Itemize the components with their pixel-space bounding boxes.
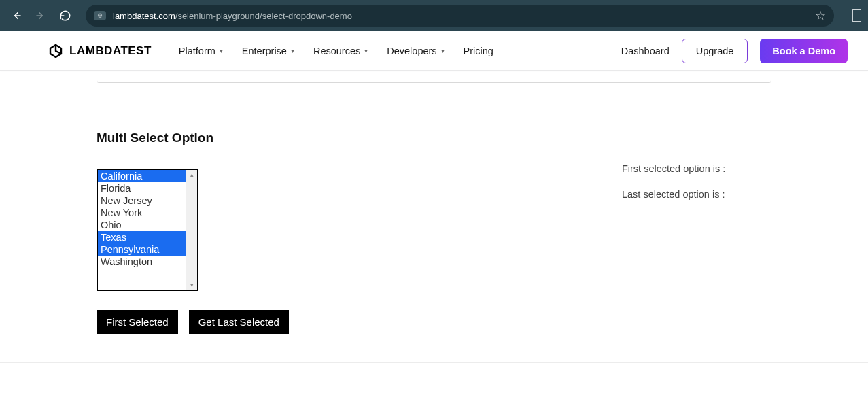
listbox-option[interactable]: California: [98, 170, 186, 182]
logo[interactable]: LAMBDATEST: [48, 43, 152, 59]
bookmark-star-icon[interactable]: ☆: [815, 8, 826, 23]
nav-label: Pricing: [464, 46, 493, 56]
listbox-option[interactable]: Texas: [98, 231, 186, 243]
site-header: LAMBDATEST Platform ▾ Enterprise ▾ Resou…: [0, 31, 868, 71]
site-settings-icon[interactable]: ⚙: [94, 11, 106, 20]
upgrade-button[interactable]: Upgrade: [682, 39, 748, 63]
listbox-option[interactable]: Florida: [98, 182, 186, 194]
chevron-down-icon: ▾: [441, 47, 445, 54]
nav-label: Enterprise: [242, 46, 287, 56]
listbox-option[interactable]: New Jersey: [98, 194, 186, 207]
url-text: lambdatest.com/selenium-playground/selec…: [113, 11, 352, 21]
nav-pricing[interactable]: Pricing: [464, 46, 493, 56]
multi-select-listbox[interactable]: CaliforniaFloridaNew JerseyNew YorkOhioT…: [97, 169, 198, 291]
multi-select-section: Multi Select Option CaliforniaFloridaNew…: [0, 83, 868, 334]
chevron-down-icon: ▾: [220, 47, 223, 54]
first-selected-button[interactable]: First Selected: [97, 310, 178, 334]
result-panel: First selected option is : Last selected…: [622, 131, 725, 200]
dashboard-link[interactable]: Dashboard: [621, 46, 670, 56]
browser-chrome: ⚙ lambdatest.com/selenium-playground/sel…: [0, 0, 868, 31]
logo-text: LAMBDATEST: [69, 44, 152, 58]
logo-icon: [48, 43, 64, 59]
back-button[interactable]: [7, 6, 26, 25]
scroll-down-icon[interactable]: ▾: [190, 280, 194, 290]
previous-section-bottom: [97, 78, 771, 83]
nav-label: Developers: [387, 46, 436, 56]
listbox-option[interactable]: Ohio: [98, 219, 186, 231]
section-heading: Multi Select Option: [97, 131, 289, 146]
action-buttons: First Selected Get Last Selected: [97, 310, 289, 334]
get-last-selected-button[interactable]: Get Last Selected: [189, 310, 289, 334]
forward-button[interactable]: [31, 6, 50, 25]
nav-label: Platform: [179, 46, 215, 56]
side-panel-icon[interactable]: [852, 9, 861, 22]
reload-button[interactable]: [56, 6, 75, 25]
chevron-down-icon: ▾: [364, 47, 368, 54]
first-selected-result: First selected option is :: [622, 163, 725, 174]
listbox-scrollbar[interactable]: ▴ ▾: [186, 170, 197, 290]
nav-developers[interactable]: Developers ▾: [387, 46, 444, 56]
nav-platform[interactable]: Platform ▾: [179, 46, 223, 56]
listbox-option[interactable]: Pennsylvania: [98, 243, 186, 256]
url-bar[interactable]: ⚙ lambdatest.com/selenium-playground/sel…: [86, 5, 834, 27]
listbox-option[interactable]: Washington: [98, 256, 186, 268]
scroll-up-icon[interactable]: ▴: [190, 170, 194, 180]
chevron-down-icon: ▾: [291, 47, 294, 54]
nav-resources[interactable]: Resources ▾: [313, 46, 368, 56]
main-nav: Platform ▾ Enterprise ▾ Resources ▾ Deve…: [179, 46, 493, 56]
header-right: Dashboard Upgrade Book a Demo: [621, 39, 848, 63]
footer-divider: [0, 362, 868, 363]
listbox-option[interactable]: New York: [98, 207, 186, 219]
book-demo-button[interactable]: Book a Demo: [760, 39, 848, 63]
nav-enterprise[interactable]: Enterprise ▾: [242, 46, 294, 56]
nav-label: Resources: [313, 46, 360, 56]
last-selected-result: Last selected option is :: [622, 189, 725, 200]
